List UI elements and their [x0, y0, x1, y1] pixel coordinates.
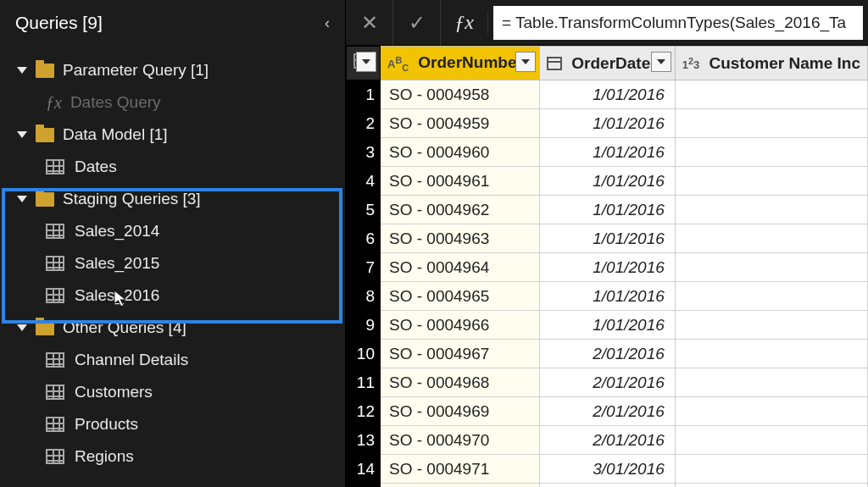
row-number[interactable]: 13 — [347, 426, 381, 455]
cell-customer[interactable] — [675, 80, 867, 109]
row-number[interactable]: 7 — [347, 253, 381, 282]
cell-customer[interactable] — [675, 224, 867, 253]
cell-ordernumber[interactable]: SO - 0004970 — [381, 426, 540, 455]
row-number[interactable]: 3 — [347, 138, 381, 167]
column-header-ordernumber[interactable]: ABC OrderNumber — [381, 47, 540, 80]
query-item[interactable]: Sales_2015 — [0, 247, 345, 279]
folder-item[interactable]: Other Queries [4] — [0, 312, 345, 344]
row-number[interactable]: 15 — [347, 484, 381, 488]
table-row[interactable]: 12SO - 00049692/01/2016 — [347, 397, 868, 426]
cell-ordernumber[interactable]: SO - 0004966 — [381, 311, 540, 340]
column-header-orderdate[interactable]: OrderDate — [540, 47, 676, 80]
table-row[interactable]: 8SO - 00049651/01/2016 — [347, 282, 868, 311]
cell-customer[interactable] — [675, 167, 867, 196]
cell-ordernumber[interactable]: SO - 0004972 — [381, 484, 540, 488]
folder-item[interactable]: Staging Queries [3] — [0, 183, 345, 215]
cell-customer[interactable] — [675, 455, 867, 484]
cell-ordernumber[interactable]: SO - 0004964 — [381, 253, 540, 282]
cell-customer[interactable] — [675, 426, 867, 455]
cell-orderdate[interactable]: 1/01/2016 — [540, 196, 676, 224]
cell-orderdate[interactable]: 2/01/2016 — [540, 340, 676, 368]
table-row[interactable]: 1SO - 00049581/01/2016 — [347, 80, 868, 109]
cell-orderdate[interactable]: 1/01/2016 — [540, 167, 676, 196]
row-number[interactable]: 8 — [347, 282, 381, 311]
row-number[interactable]: 4 — [347, 167, 381, 196]
cell-ordernumber[interactable]: SO - 0004958 — [381, 80, 540, 109]
cell-ordernumber[interactable]: SO - 0004961 — [381, 167, 540, 196]
query-item[interactable]: ƒxDates Query — [0, 86, 345, 119]
table-row[interactable]: 4SO - 00049611/01/2016 — [347, 167, 868, 196]
cell-orderdate[interactable]: 2/01/2016 — [540, 397, 676, 426]
row-number[interactable]: 1 — [347, 80, 381, 109]
table-row[interactable]: 11SO - 00049682/01/2016 — [347, 368, 868, 397]
cell-customer[interactable] — [675, 109, 867, 138]
cell-customer[interactable] — [675, 340, 867, 368]
table-row[interactable]: 2SO - 00049591/01/2016 — [347, 109, 868, 138]
query-item[interactable]: Dates — [0, 151, 345, 183]
cell-orderdate[interactable]: 1/01/2016 — [540, 109, 676, 138]
row-number[interactable]: 11 — [347, 368, 381, 397]
formula-cancel-button[interactable]: ✕ — [346, 0, 393, 46]
table-row[interactable]: 6SO - 00049631/01/2016 — [347, 224, 868, 253]
cell-orderdate[interactable]: 1/01/2016 — [540, 138, 676, 167]
table-row[interactable]: 15SO - 00049723/01/2016 — [347, 484, 868, 488]
formula-input[interactable]: = Table.TransformColumnTypes(Sales_2016_… — [493, 6, 863, 40]
query-item[interactable]: Sales_2014 — [0, 215, 345, 247]
table-menu-dropdown[interactable] — [356, 52, 376, 72]
table-corner-button[interactable] — [347, 47, 381, 80]
cell-orderdate[interactable]: 3/01/2016 — [540, 484, 676, 488]
cell-customer[interactable] — [675, 368, 867, 397]
cell-orderdate[interactable]: 1/01/2016 — [540, 253, 676, 282]
cell-customer[interactable] — [675, 138, 867, 167]
cell-customer[interactable] — [675, 311, 867, 340]
cell-customer[interactable] — [675, 196, 867, 224]
cell-ordernumber[interactable]: SO - 0004968 — [381, 368, 540, 397]
row-number[interactable]: 14 — [347, 455, 381, 484]
table-row[interactable]: 14SO - 00049713/01/2016 — [347, 455, 868, 484]
query-item[interactable]: Customers — [0, 376, 345, 408]
query-item[interactable]: Regions — [0, 440, 345, 473]
cell-ordernumber[interactable]: SO - 0004963 — [381, 224, 540, 253]
cell-ordernumber[interactable]: SO - 0004962 — [381, 196, 540, 224]
row-number[interactable]: 5 — [347, 196, 381, 224]
table-row[interactable]: 9SO - 00049661/01/2016 — [347, 311, 868, 340]
fx-icon[interactable]: ƒx — [441, 11, 488, 34]
table-row[interactable]: 10SO - 00049672/01/2016 — [347, 340, 868, 368]
cell-ordernumber[interactable]: SO - 0004959 — [381, 109, 540, 138]
cell-customer[interactable] — [675, 484, 867, 488]
row-number[interactable]: 12 — [347, 397, 381, 426]
collapse-pane-icon[interactable]: ‹ — [325, 14, 330, 32]
cell-ordernumber[interactable]: SO - 0004967 — [381, 340, 540, 368]
query-item[interactable]: Products — [0, 408, 345, 440]
formula-confirm-button[interactable]: ✓ — [393, 0, 441, 46]
cell-orderdate[interactable]: 1/01/2016 — [540, 80, 676, 109]
folder-item[interactable]: Parameter Query [1] — [0, 54, 345, 86]
cell-customer[interactable] — [675, 282, 867, 311]
column-header-customer[interactable]: 123 Customer Name Inc — [675, 47, 867, 80]
row-number[interactable]: 10 — [347, 340, 381, 368]
cell-ordernumber[interactable]: SO - 0004960 — [381, 138, 540, 167]
cell-orderdate[interactable]: 3/01/2016 — [540, 455, 676, 484]
cell-ordernumber[interactable]: SO - 0004971 — [381, 455, 540, 484]
cell-orderdate[interactable]: 1/01/2016 — [540, 224, 676, 253]
cell-customer[interactable] — [675, 397, 867, 426]
folder-item[interactable]: Data Model [1] — [0, 119, 345, 151]
cell-orderdate[interactable]: 2/01/2016 — [540, 426, 676, 455]
cell-orderdate[interactable]: 1/01/2016 — [540, 282, 676, 311]
row-number[interactable]: 9 — [347, 311, 381, 340]
row-number[interactable]: 6 — [347, 224, 381, 253]
cell-customer[interactable] — [675, 253, 867, 282]
table-row[interactable]: 7SO - 00049641/01/2016 — [347, 253, 868, 282]
cell-ordernumber[interactable]: SO - 0004969 — [381, 397, 540, 426]
data-table[interactable]: ABC OrderNumber OrderDate 123 Customer N… — [346, 46, 868, 487]
query-item[interactable]: Sales_2016 — [0, 279, 345, 312]
cell-ordernumber[interactable]: SO - 0004965 — [381, 282, 540, 311]
query-item[interactable]: Channel Details — [0, 344, 345, 376]
cell-orderdate[interactable]: 2/01/2016 — [540, 368, 676, 397]
column-filter-dropdown[interactable] — [515, 52, 536, 72]
cell-orderdate[interactable]: 1/01/2016 — [540, 311, 676, 340]
column-filter-dropdown[interactable] — [651, 52, 671, 72]
table-row[interactable]: 5SO - 00049621/01/2016 — [347, 196, 868, 224]
row-number[interactable]: 2 — [347, 109, 381, 138]
table-row[interactable]: 3SO - 00049601/01/2016 — [347, 138, 868, 167]
